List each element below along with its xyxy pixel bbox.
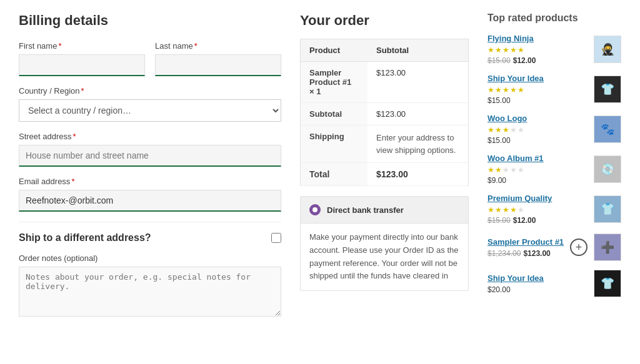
product-price-old: $15.00 — [488, 216, 511, 225]
sidebar-product-item: Woo Album #1★★★★★$9.00💿 — [488, 154, 621, 185]
sidebar-product-name[interactable]: Ship Your Idea — [488, 74, 588, 83]
sidebar-product-name[interactable]: Sampler Product #1 — [488, 237, 565, 247]
star-icon: ★ — [518, 86, 524, 94]
order-subtotal-row: Subtotal $123.00 — [301, 103, 469, 125]
ship-different-label: Ship to a different address? — [19, 232, 151, 243]
sidebar-product-item: Premium Quality★★★★★$15.00$12.00👕 — [488, 194, 621, 225]
star-icon: ★ — [502, 86, 509, 94]
product-price-new: $123.00 — [523, 249, 550, 258]
sidebar-product-name[interactable]: Ship Your Idea — [488, 273, 588, 283]
order-section: Your order Product Subtotal Sampler Prod… — [300, 12, 469, 318]
product-price-only: $15.00 — [488, 96, 511, 105]
sidebar-product-name[interactable]: Flying Ninja — [488, 34, 588, 43]
star-icon: ★ — [488, 86, 494, 94]
star-icon: ★ — [502, 165, 509, 174]
star-icon: ★ — [510, 165, 517, 174]
col-subtotal: Subtotal — [368, 39, 468, 62]
subtotal-label: Subtotal — [301, 103, 368, 125]
sidebar-product-item: Sampler Product #1$1,234.00$123.00+➕ — [488, 234, 621, 261]
product-thumbnail: 💿 — [594, 155, 621, 183]
product-price-only: $15.00 — [488, 136, 511, 145]
last-name-label: Last name* — [155, 41, 281, 51]
star-icon: ★ — [518, 165, 524, 174]
star-icon: ★ — [502, 46, 509, 54]
star-icon: ★ — [495, 165, 502, 174]
street-input[interactable] — [19, 145, 281, 167]
star-icon: ★ — [495, 205, 502, 214]
sidebar-title: Top rated products — [488, 12, 621, 24]
product-price-only: $9.00 — [488, 176, 506, 185]
order-shipping-row: Shipping Enter your address to view ship… — [301, 125, 469, 163]
star-icon: ★ — [510, 86, 517, 94]
last-name-input[interactable] — [155, 54, 281, 76]
subtotal-value: $123.00 — [368, 103, 468, 125]
star-icon: ★ — [495, 46, 502, 54]
product-price-only: $20.00 — [488, 285, 511, 294]
product-stars: ★★★★★ — [488, 86, 588, 94]
product-thumbnail: 👕 — [594, 270, 621, 297]
payment-box: Direct bank transfer Make your payment d… — [300, 196, 469, 291]
billing-title: Billing details — [19, 12, 281, 29]
star-icon: ★ — [518, 46, 524, 54]
order-notes-section: Order notes (optional) — [19, 253, 281, 318]
order-table: Product Subtotal Sampler Product #1 × 1 … — [300, 39, 469, 186]
country-select[interactable]: Select a country / region… — [19, 99, 281, 122]
product-stars: ★★★★★ — [488, 165, 588, 174]
product-price-new: $12.00 — [513, 216, 536, 225]
sidebar-product-name[interactable]: Woo Album #1 — [488, 154, 588, 163]
product-thumbnail: 👕 — [594, 76, 621, 103]
star-icon: ★ — [518, 125, 524, 134]
product-price-area: $1,234.00$123.00 — [488, 249, 565, 258]
product-price-old: $15.00 — [488, 56, 511, 65]
first-name-label: First name* — [19, 41, 145, 51]
payment-description: Make your payment directly into our bank… — [301, 224, 468, 290]
product-price-area: $20.00 — [488, 285, 588, 294]
star-icon: ★ — [502, 205, 509, 214]
last-name-group: Last name* — [155, 41, 281, 76]
total-value: $123.00 — [368, 163, 468, 186]
street-group: Street address* — [19, 132, 281, 167]
sidebar-product-info: Ship Your Idea$20.00 — [488, 273, 588, 294]
order-product-name: Sampler Product #1 × 1 — [301, 62, 368, 103]
star-icon: ★ — [510, 46, 517, 54]
product-price-area: $15.00 — [488, 96, 588, 105]
total-label: Total — [301, 163, 368, 186]
product-price-area: $15.00 — [488, 136, 588, 145]
sidebar-product-info: Ship Your Idea★★★★★$15.00 — [488, 74, 588, 105]
sidebar-section: Top rated products Flying Ninja★★★★★$15.… — [488, 12, 621, 318]
ship-different-section: Ship to a different address? — [19, 222, 281, 243]
product-stars: ★★★★★ — [488, 125, 588, 134]
product-price-new: $12.00 — [513, 56, 536, 65]
star-icon: ★ — [488, 125, 494, 134]
street-label: Street address* — [19, 132, 281, 141]
order-title: Your order — [300, 12, 469, 29]
sidebar-product-info: Woo Logo★★★★★$15.00 — [488, 114, 588, 145]
star-icon: ★ — [502, 125, 509, 134]
product-stars: ★★★★★ — [488, 46, 588, 54]
star-icon: ★ — [495, 86, 502, 94]
sidebar-product-name[interactable]: Woo Logo — [488, 114, 588, 123]
email-input[interactable] — [19, 190, 281, 212]
product-price-area: $15.00$12.00 — [488, 56, 588, 65]
country-group: Country / Region* Select a country / reg… — [19, 86, 281, 122]
add-to-cart-button[interactable]: + — [570, 239, 588, 256]
product-stars: ★★★★★ — [488, 205, 588, 214]
payment-label: Direct bank transfer — [327, 205, 404, 215]
star-icon: ★ — [495, 125, 502, 134]
sidebar-product-item: Woo Logo★★★★★$15.00🐾 — [488, 114, 621, 145]
billing-section: Billing details First name* Last name* C… — [19, 12, 281, 318]
country-label: Country / Region* — [19, 86, 281, 96]
sidebar-product-info: Woo Album #1★★★★★$9.00 — [488, 154, 588, 185]
product-price-area: $9.00 — [488, 176, 588, 185]
first-name-input[interactable] — [19, 54, 145, 76]
payment-option[interactable]: Direct bank transfer — [301, 197, 468, 224]
star-icon: ★ — [510, 125, 517, 134]
star-icon: ★ — [510, 205, 517, 214]
order-total-row: Total $123.00 — [301, 163, 469, 186]
star-icon: ★ — [518, 205, 524, 214]
email-group: Email address* — [19, 177, 281, 212]
order-notes-textarea[interactable] — [19, 267, 281, 317]
product-thumbnail: ➕ — [594, 234, 621, 261]
ship-different-checkbox[interactable] — [271, 233, 281, 243]
sidebar-product-name[interactable]: Premium Quality — [488, 194, 588, 203]
